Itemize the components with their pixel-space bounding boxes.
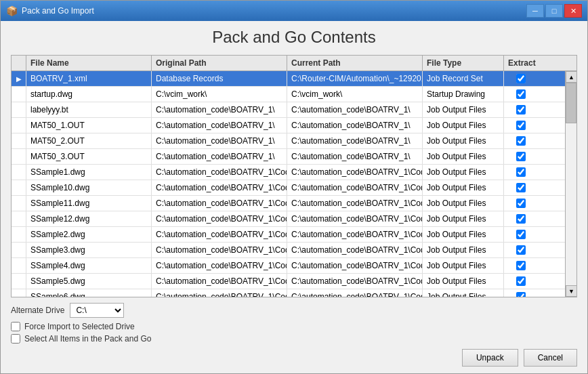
extract-checkbox[interactable]: [516, 245, 526, 255]
cell-filename: SSample3.dwg: [26, 243, 152, 257]
scroll-thumb[interactable]: [566, 83, 576, 123]
cell-filetype: Job Output Files: [423, 211, 504, 226]
cell-extract[interactable]: [504, 211, 538, 226]
cancel-button[interactable]: Cancel: [524, 349, 577, 367]
extract-checkbox[interactable]: [516, 74, 526, 83]
cell-origpath: C:\vcim_work\: [152, 87, 287, 102]
scrollbar[interactable]: ▲ ▼: [565, 71, 576, 297]
cell-filename: MAT50_1.OUT: [26, 118, 152, 133]
extract-checkbox[interactable]: [516, 292, 526, 297]
drive-row: Alternate Drive C:\ D:\ E:\: [11, 303, 577, 318]
cell-filetype: Job Output Files: [423, 289, 504, 297]
table-row[interactable]: labelyyy.bt C:\automation_code\BOATRV_1\…: [12, 102, 565, 118]
title-bar-controls: ─ □ ✕: [526, 4, 582, 18]
cell-filename: SSample4.dwg: [26, 258, 152, 273]
scroll-down-button[interactable]: ▼: [566, 285, 576, 297]
minimize-button[interactable]: ─: [526, 4, 544, 18]
cell-filetype: Job Output Files: [423, 227, 504, 242]
extract-checkbox[interactable]: [516, 121, 526, 130]
table-row[interactable]: ▶ BOATRV_1.xml Database Records C:\Route…: [12, 71, 565, 87]
cell-currpath: C:\automation_code\BOATRV_1\Cod...: [287, 165, 423, 180]
cell-filename: BOATRV_1.xml: [26, 71, 152, 86]
cell-filename: SSample1.dwg: [26, 165, 152, 180]
extract-checkbox[interactable]: [516, 105, 526, 115]
cell-origpath: C:\automation_code\BOATRV_1\: [152, 102, 287, 117]
table-body: ▶ BOATRV_1.xml Database Records C:\Route…: [12, 71, 565, 297]
window-title: Pack and Go Import: [22, 6, 94, 16]
table-row[interactable]: SSample6.dwg C:\automation_code\BOATRV_1…: [12, 289, 565, 297]
cell-filetype: Job Output Files: [423, 196, 504, 211]
cell-extract[interactable]: [504, 227, 538, 242]
table-row[interactable]: SSample1.dwg C:\automation_code\BOATRV_1…: [12, 165, 565, 180]
cell-origpath: C:\automation_code\BOATRV_1\Cod...: [152, 227, 287, 242]
cell-origpath: C:\automation_code\BOATRV_1\Cod...: [152, 211, 287, 226]
table-row[interactable]: SSample3.dwg C:\automation_code\BOATRV_1…: [12, 243, 565, 258]
cell-filename: SSample2.dwg: [26, 227, 152, 242]
cell-extract[interactable]: [504, 87, 538, 102]
extract-checkbox[interactable]: [516, 167, 526, 177]
row-arrow: [12, 165, 26, 180]
cell-currpath: C:\automation_code\BOATRV_1\Cod...: [287, 258, 423, 273]
table-row[interactable]: SSample10.dwg C:\automation_code\BOATRV_…: [12, 180, 565, 196]
cell-currpath: C:\vcim_work\: [287, 87, 423, 102]
cell-extract[interactable]: [504, 149, 538, 164]
table-row[interactable]: SSample4.dwg C:\automation_code\BOATRV_1…: [12, 258, 565, 274]
extract-checkbox[interactable]: [516, 230, 526, 239]
table-row[interactable]: MAT50_2.OUT C:\automation_code\BOATRV_1\…: [12, 133, 565, 149]
scroll-up-button[interactable]: ▲: [566, 71, 576, 83]
title-bar: 📦 Pack and Go Import ─ □ ✕: [1, 1, 587, 21]
alternate-drive-select[interactable]: C:\ D:\ E:\: [70, 303, 124, 318]
select-all-checkbox[interactable]: [11, 334, 20, 344]
row-arrow: ▶: [12, 71, 26, 86]
cell-extract[interactable]: [504, 71, 538, 86]
extract-checkbox[interactable]: [516, 261, 526, 270]
cell-filename: MAT50_3.OUT: [26, 149, 152, 164]
table-row[interactable]: MAT50_3.OUT C:\automation_code\BOATRV_1\…: [12, 149, 565, 165]
cell-currpath: C:\automation_code\BOATRV_1\Cod...: [287, 289, 423, 297]
table-row[interactable]: SSample5.dwg C:\automation_code\BOATRV_1…: [12, 274, 565, 289]
cell-extract[interactable]: [504, 289, 538, 297]
table-row[interactable]: startup.dwg C:\vcim_work\ C:\vcim_work\ …: [12, 87, 565, 102]
row-arrow: [12, 102, 26, 117]
extract-checkbox[interactable]: [516, 276, 526, 286]
cell-extract[interactable]: [504, 243, 538, 257]
table-row[interactable]: MAT50_1.OUT C:\automation_code\BOATRV_1\…: [12, 118, 565, 133]
maximize-button[interactable]: □: [545, 4, 563, 18]
extract-checkbox[interactable]: [516, 152, 526, 161]
table-row[interactable]: SSample2.dwg C:\automation_code\BOATRV_1…: [12, 227, 565, 243]
cell-extract[interactable]: [504, 133, 538, 148]
page-title: Pack and Go Contents: [11, 28, 577, 47]
cell-filetype: Job Output Files: [423, 149, 504, 164]
cell-filetype: Job Output Files: [423, 180, 504, 195]
extract-checkbox[interactable]: [516, 136, 526, 146]
table-header: File Name Original Path Current Path Fil…: [12, 56, 576, 71]
close-button[interactable]: ✕: [564, 4, 582, 18]
cell-filename: SSample11.dwg: [26, 196, 152, 211]
cell-extract[interactable]: [504, 196, 538, 211]
cell-filename: SSample6.dwg: [26, 289, 152, 297]
unpack-button[interactable]: Unpack: [462, 349, 518, 367]
table-body-area: ▶ BOATRV_1.xml Database Records C:\Route…: [12, 71, 576, 297]
cell-extract[interactable]: [504, 274, 538, 289]
extract-checkbox[interactable]: [516, 89, 526, 99]
force-import-checkbox[interactable]: [11, 322, 20, 331]
table-row[interactable]: SSample11.dwg C:\automation_code\BOATRV_…: [12, 196, 565, 211]
cell-origpath: C:\automation_code\BOATRV_1\Cod...: [152, 258, 287, 273]
extract-checkbox[interactable]: [516, 214, 526, 224]
cell-extract[interactable]: [504, 165, 538, 180]
cell-origpath: C:\automation_code\BOATRV_1\: [152, 133, 287, 148]
cell-currpath: C:\automation_code\BOATRV_1\Cod...: [287, 180, 423, 195]
cell-filename: SSample5.dwg: [26, 274, 152, 289]
cell-extract[interactable]: [504, 102, 538, 117]
cell-filename: labelyyy.bt: [26, 102, 152, 117]
extract-checkbox[interactable]: [516, 183, 526, 192]
cell-filetype: Job Output Files: [423, 274, 504, 289]
cell-extract[interactable]: [504, 258, 538, 273]
cell-extract[interactable]: [504, 180, 538, 195]
cell-filetype: Job Output Files: [423, 243, 504, 257]
extract-checkbox[interactable]: [516, 199, 526, 208]
cell-origpath: C:\automation_code\BOATRV_1\Cod...: [152, 196, 287, 211]
cell-origpath: C:\automation_code\BOATRV_1\Cod...: [152, 243, 287, 257]
table-row[interactable]: SSample12.dwg C:\automation_code\BOATRV_…: [12, 211, 565, 227]
cell-extract[interactable]: [504, 118, 538, 133]
